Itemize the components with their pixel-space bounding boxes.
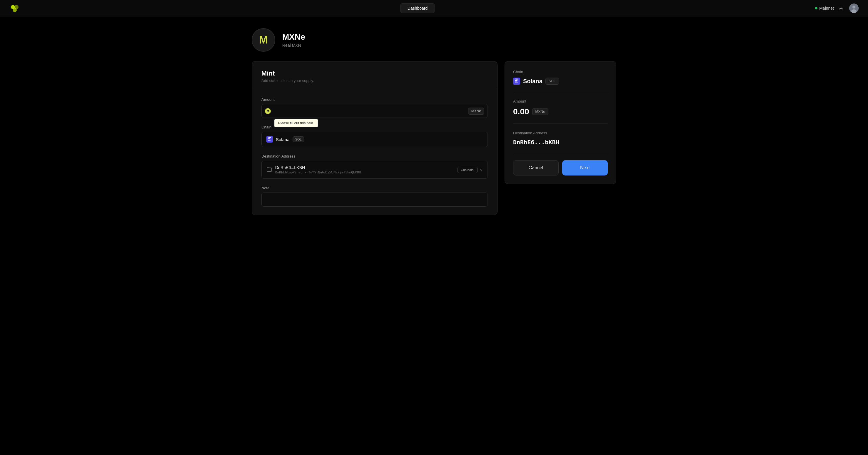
summary-card: Chain Solana SOL Amount 0.0	[504, 61, 616, 184]
logo	[9, 3, 20, 13]
destination-field-group: Destination Address DnRhE6...bKBH DnRhE6…	[261, 154, 488, 179]
address-short: DnRhE6...bKBH	[275, 165, 455, 170]
amount-prefix-icon: M	[265, 108, 271, 114]
amount-currency-badge: MXNe	[468, 107, 484, 115]
summary-amount-label: Amount	[513, 99, 608, 103]
summary-solana-icon	[513, 77, 520, 85]
cancel-button[interactable]: Cancel	[513, 160, 559, 175]
header-center: Dashboard	[400, 3, 435, 13]
note-input[interactable]	[261, 193, 488, 207]
token-name: MXNe	[282, 32, 305, 42]
network-label: Mainnet	[819, 6, 834, 10]
destination-label: Destination Address	[261, 154, 488, 158]
right-panel: Chain Solana SOL Amount 0.0	[504, 61, 616, 184]
mint-title: Mint	[261, 70, 488, 77]
summary-destination-label: Destination Address	[513, 131, 608, 135]
amount-input[interactable]	[261, 104, 488, 118]
summary-chain-name: Solana	[523, 78, 542, 85]
dashboard-button[interactable]: Dashboard	[400, 3, 435, 13]
main-content: M MXNe Real MXN Mint Add stablecoins to …	[228, 17, 640, 227]
chain-name: Solana	[276, 137, 290, 142]
summary-amount-row: 0.00 MXNe	[513, 107, 608, 117]
summary-amount-badge: MXNe	[532, 108, 548, 115]
next-button[interactable]: Next	[562, 160, 608, 175]
note-label: Note	[261, 186, 488, 190]
summary-destination-section: Destination Address DnRhE6...bKBH	[513, 131, 608, 146]
mint-card: Mint Add stablecoins to your supply. Amo…	[252, 61, 497, 215]
chain-selector[interactable]: Solana SOL	[261, 132, 488, 147]
chevron-down-icon: ∨	[480, 167, 483, 172]
mint-card-header: Mint Add stablecoins to your supply.	[252, 61, 497, 89]
header-right: Mainnet ☀	[815, 3, 859, 13]
user-avatar[interactable]	[849, 3, 859, 13]
custodial-badge: Custodial	[458, 167, 477, 173]
address-full: DnRhE6tupPinrUnxhTwYSjNa6d1ZW3NsXjmf5hmQ…	[275, 170, 455, 174]
content-grid: Mint Add stablecoins to your supply. Amo…	[252, 61, 616, 215]
logo-icon	[9, 3, 20, 13]
summary-chain-section: Chain Solana SOL	[513, 70, 608, 85]
token-description: Real MXN	[282, 43, 305, 47]
chain-label: Chain	[261, 125, 488, 129]
note-field-group: Note	[261, 186, 488, 207]
svg-point-2	[13, 8, 17, 12]
network-badge: Mainnet	[815, 6, 834, 10]
mint-card-body: Amount M MXNe Please fill out this field…	[252, 89, 497, 215]
address-right: Custodial ∨	[458, 167, 483, 173]
amount-tooltip-wrapper: M MXNe Please fill out this field.	[261, 104, 488, 118]
amount-label: Amount	[261, 97, 488, 102]
token-initial: M	[259, 34, 268, 46]
summary-divider-1	[513, 92, 608, 92]
svg-point-4	[852, 6, 855, 8]
token-header: M MXNe Real MXN	[252, 28, 616, 52]
mint-subtitle: Add stablecoins to your supply.	[261, 78, 488, 83]
token-avatar: M	[252, 28, 275, 52]
address-folder-icon	[267, 167, 272, 173]
network-status-dot	[815, 7, 817, 9]
theme-toggle-icon[interactable]: ☀	[839, 5, 844, 11]
address-info: DnRhE6...bKBH DnRhE6tupPinrUnxhTwYSjNa6d…	[275, 165, 455, 174]
summary-destination-value: DnRhE6...bKBH	[513, 139, 608, 146]
amount-field-group: Amount M MXNe Please fill out this field…	[261, 97, 488, 118]
summary-divider-3	[513, 153, 608, 153]
amount-input-wrapper: M MXNe	[261, 104, 488, 118]
chain-badge: SOL	[292, 136, 304, 142]
svg-point-5	[851, 9, 857, 13]
summary-amount-section: Amount 0.00 MXNe	[513, 99, 608, 117]
chain-field-group: Chain Solana SOL	[261, 125, 488, 147]
action-buttons: Cancel Next	[513, 160, 608, 175]
summary-chain-badge: SOL	[546, 77, 559, 85]
summary-chain-row: Solana SOL	[513, 77, 608, 85]
summary-amount-value: 0.00	[513, 107, 529, 117]
address-selector[interactable]: DnRhE6...bKBH DnRhE6tupPinrUnxhTwYSjNa6d…	[261, 161, 488, 179]
solana-icon	[267, 136, 273, 142]
token-info: MXNe Real MXN	[282, 32, 305, 47]
summary-chain-label: Chain	[513, 70, 608, 74]
header: Dashboard Mainnet ☀	[0, 0, 868, 17]
